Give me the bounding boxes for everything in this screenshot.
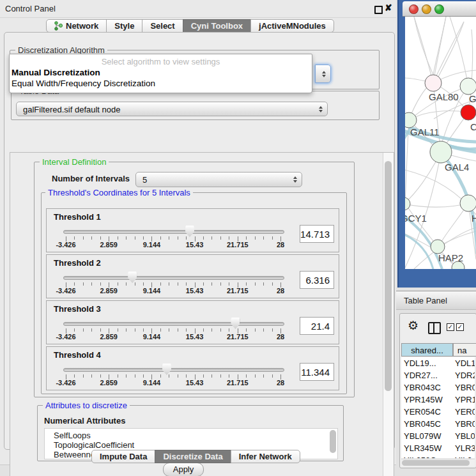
table-horizontal-scrollbar (401, 459, 475, 466)
columns-icon[interactable] (428, 322, 441, 334)
slider-track[interactable] (63, 368, 284, 372)
tab-discretize-data[interactable]: Discretize Data (155, 450, 231, 463)
control-panel-title: Control Panel (5, 4, 56, 13)
table-row[interactable]: YER054CYER0 (401, 406, 475, 418)
tab-label: Discretize Data (163, 450, 222, 463)
slider-tick-label: -3.426 (47, 333, 85, 341)
table-row[interactable]: YBR043CYBR0 (401, 381, 475, 394)
number-of-intervals-combo[interactable]: 5 (135, 172, 302, 187)
number-of-intervals-label: Number of Intervals (52, 174, 130, 183)
slider-tick-mark (126, 374, 127, 378)
slider-tick-mark (203, 374, 204, 378)
table-row[interactable]: YPR145WYPR1 (401, 394, 475, 406)
settings-scrollbar-thumb[interactable] (385, 161, 392, 391)
table-row[interactable]: YBL079WYBL0 (401, 430, 475, 442)
apply-button[interactable]: Apply (163, 463, 204, 476)
slider-tick-mark (263, 236, 264, 240)
network-node[interactable] (430, 141, 452, 163)
network-node[interactable] (425, 75, 441, 91)
close-button[interactable] (409, 4, 418, 14)
threshold-panel: Threshold 4-3.4262.8599.14415.4321.71528… (46, 346, 339, 390)
tab-style[interactable]: Style (106, 19, 142, 33)
slider-tick-mark (126, 282, 127, 286)
table-data-combo[interactable]: galFiltered.sif default node (16, 102, 328, 116)
algorithm-option-manual-discretization[interactable]: Manual Discretization (11, 68, 311, 78)
tab-select[interactable]: Select (142, 19, 183, 33)
network-canvas[interactable]: GAL80GACGAL11GAL4GCY1HHAP2 (405, 17, 476, 269)
slider-tick-mark (169, 236, 169, 240)
tab-jactivemnodules[interactable]: jActiveMNodules (250, 19, 334, 33)
threshold-coordinates-title: Threshold's Coordinates for 5 Intervals (45, 188, 193, 197)
slider-tick-mark (126, 328, 127, 332)
network-node-label: HAP2 (438, 252, 463, 263)
column-header-shared[interactable]: shared... (401, 343, 453, 357)
slider-tick-label: 9.144 (132, 333, 171, 341)
slider-tick-label: 21.715 (219, 287, 257, 295)
bottom-tab-bar: Impute DataDiscretize DataInfer Network (91, 450, 300, 463)
network-node[interactable] (461, 105, 476, 120)
threshold-value-field[interactable]: 6.316 (300, 271, 334, 289)
slider-tick-mark (160, 328, 161, 332)
slider-thumb[interactable] (231, 318, 240, 329)
float-icon[interactable] (374, 6, 383, 14)
slider-tick-label: 15.43 (176, 287, 214, 295)
table-row[interactable]: YLR345WYLR3 (401, 442, 475, 454)
zoom-button[interactable] (434, 4, 444, 14)
slider-tick-mark (100, 236, 101, 240)
threshold-label: Threshold 2 (54, 258, 101, 268)
network-node[interactable] (460, 78, 476, 95)
tab-infer-network[interactable]: Infer Network (231, 450, 300, 463)
tab-cyni-toolbox[interactable]: Cyni Toolbox (183, 19, 251, 33)
checkbox-icon[interactable]: ✓ (447, 323, 454, 331)
slider-tick-mark (83, 236, 84, 240)
table-row[interactable]: YIL052CYIL0 (401, 454, 475, 458)
network-window-titlebar[interactable] (403, 1, 476, 17)
number-of-intervals-value: 5 (142, 175, 147, 185)
slider-tick-mark (263, 374, 264, 378)
slider-track[interactable] (63, 322, 284, 326)
slider-tick-mark (91, 328, 92, 332)
slider-thumb[interactable] (128, 272, 137, 283)
network-edge (405, 203, 468, 207)
threshold-value-field[interactable]: 14.713 (300, 225, 334, 243)
slider-thumb[interactable] (162, 364, 171, 375)
threshold-value-field[interactable]: 21.4 (300, 317, 334, 335)
tab-impute-data[interactable]: Impute Data (91, 450, 155, 463)
cell-shared-name: YIL052C (404, 454, 436, 458)
slider-tick-mark (220, 236, 221, 240)
tab-label: Select (150, 19, 174, 33)
interval-definition-title: Interval Definition (40, 157, 109, 167)
slider-tick-mark (220, 282, 221, 286)
slider-track[interactable] (63, 230, 284, 234)
algorithm-option-equal-width-frequency-discretization[interactable]: Equal Width/Frequency Discretization (11, 79, 311, 89)
slider-thumb[interactable] (185, 226, 194, 237)
table-row[interactable]: YDL19...YDL1 (401, 357, 475, 369)
slider-tick-mark (272, 236, 273, 240)
network-node[interactable] (405, 197, 410, 210)
network-node[interactable] (405, 112, 417, 128)
algorithm-combo-fragment[interactable] (315, 65, 331, 83)
attribute-item-selfloops[interactable]: SelfLoops (54, 431, 91, 440)
cell-shared-name: YLR345W (404, 442, 441, 454)
gear-icon[interactable]: ⚙ (408, 319, 418, 333)
tab-network[interactable]: Network (46, 19, 107, 33)
cell-name: YLR3 (455, 442, 475, 454)
column-header-na[interactable]: na (453, 343, 476, 357)
slider-tick-mark (74, 328, 75, 332)
table-hscrollbar-thumb[interactable] (402, 460, 470, 466)
attributes-list-scrollbar[interactable] (330, 430, 336, 453)
slider-track[interactable] (63, 276, 284, 280)
slider-tick-mark (83, 374, 84, 378)
minimize-button[interactable] (422, 4, 431, 14)
network-node[interactable] (460, 195, 476, 211)
checkbox-icon[interactable]: ✓ (456, 323, 464, 331)
table-row[interactable]: YBR045CYBR0 (401, 418, 475, 430)
control-panel-header: Control Panel ✘ (0, 0, 396, 18)
threshold-value-field[interactable]: 11.344 (300, 363, 334, 381)
attribute-item-topologicalcoefficient[interactable]: TopologicalCoefficient (54, 440, 134, 450)
close-icon[interactable]: ✘ (385, 3, 392, 13)
table-data-group: Table Data galFiltered.sif default node (11, 91, 380, 120)
slider-tick-mark (246, 282, 247, 286)
network-node[interactable] (431, 240, 445, 254)
table-row[interactable]: YDR27...YDR2 (401, 369, 475, 381)
